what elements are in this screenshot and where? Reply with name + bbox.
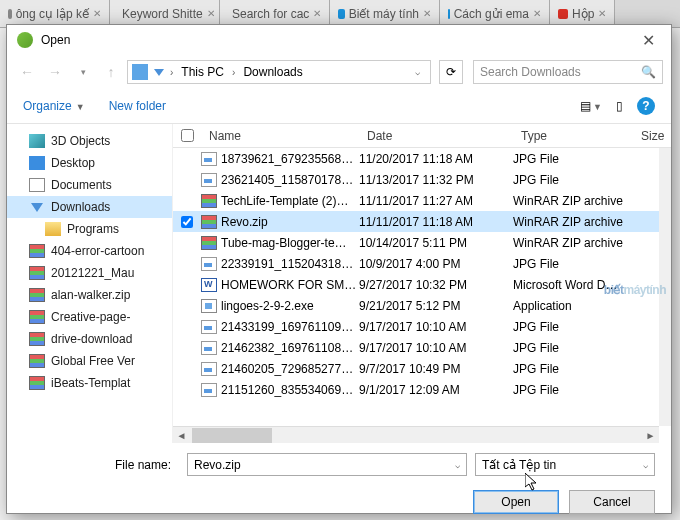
- file-row[interactable]: 21433199_16976110935…9/17/2017 10:10 AMJ…: [173, 316, 671, 337]
- file-name-cell: 18739621_67923556894…: [201, 152, 359, 166]
- filetype-filter[interactable]: Tất cả Tệp tin ⌵: [475, 453, 655, 476]
- file-name: 23621405_11587017842…: [221, 173, 359, 187]
- column-name[interactable]: Name: [201, 129, 359, 143]
- tree-item[interactable]: iBeats-Templat: [7, 372, 172, 394]
- chevron-down-icon[interactable]: ⌵: [408, 67, 426, 77]
- tree-item[interactable]: Global Free Ver: [7, 350, 172, 372]
- up-button[interactable]: ↑: [99, 60, 123, 84]
- column-size[interactable]: Size: [633, 129, 671, 143]
- down-icon: [29, 200, 45, 214]
- help-icon[interactable]: ?: [637, 97, 655, 115]
- file-row[interactable]: 21462382_16976110802…9/17/2017 10:10 AMJ…: [173, 337, 671, 358]
- file-name: lingoes-2-9-2.exe: [221, 299, 314, 313]
- tab-close-icon[interactable]: ✕: [598, 8, 606, 19]
- tree-item[interactable]: 3D Objects: [7, 130, 172, 152]
- search-input[interactable]: Search Downloads 🔍: [473, 60, 663, 84]
- file-type: Microsoft Word D…: [513, 278, 633, 292]
- scroll-right-icon[interactable]: ►: [642, 427, 659, 444]
- file-row[interactable]: Revo.zip11/11/2017 11:18 AMWinRAR ZIP ar…: [173, 211, 671, 232]
- file-row[interactable]: HOMEWORK FOR SMA…9/27/2017 10:32 PMMicro…: [173, 274, 671, 295]
- tree-item[interactable]: drive-download: [7, 328, 172, 350]
- file-row[interactable]: 21151260_83553406995…9/1/2017 12:09 AMJP…: [173, 379, 671, 400]
- tab-close-icon[interactable]: ✕: [207, 8, 215, 19]
- jpg-icon: [201, 152, 217, 166]
- vertical-scrollbar[interactable]: [659, 148, 671, 426]
- organize-button[interactable]: Organize▼: [23, 99, 85, 113]
- browser-tab[interactable]: Search for cac✕: [220, 0, 330, 27]
- back-button[interactable]: ←: [15, 60, 39, 84]
- scrollbar-thumb[interactable]: [192, 428, 272, 443]
- file-row[interactable]: 21460205_72968527723…9/7/2017 10:49 PMJP…: [173, 358, 671, 379]
- preview-pane-icon[interactable]: ▯: [616, 99, 623, 113]
- file-row[interactable]: TechLife-Template (2)…11/11/2017 11:27 A…: [173, 190, 671, 211]
- file-name-cell: lingoes-2-9-2.exe: [201, 299, 359, 313]
- refresh-button[interactable]: ⟳: [439, 60, 463, 84]
- tree-item-label: Programs: [67, 222, 119, 236]
- open-dialog: Open ✕ ← → ▾ ↑ › This PC › Downloads ⌵ ⟳…: [6, 24, 672, 514]
- jpg-icon: [201, 257, 217, 271]
- browser-tab[interactable]: Cách gửi ema✕: [440, 0, 550, 27]
- tree-item[interactable]: 404-error-cartoon: [7, 240, 172, 262]
- chevron-down-icon[interactable]: ⌵: [643, 460, 648, 470]
- chevron-down-icon[interactable]: ⌵: [455, 460, 460, 470]
- browser-tab[interactable]: Biết máy tính✕: [330, 0, 440, 27]
- select-all-checkbox[interactable]: [173, 129, 201, 142]
- new-folder-button[interactable]: New folder: [109, 99, 166, 113]
- browser-tab[interactable]: Hộp✕: [550, 0, 615, 27]
- filename-input[interactable]: Revo.zip ⌵: [187, 453, 467, 476]
- tree-item[interactable]: alan-walker.zip: [7, 284, 172, 306]
- tree-item[interactable]: Creative-page-: [7, 306, 172, 328]
- tree-item[interactable]: Downloads: [7, 196, 172, 218]
- close-icon[interactable]: ✕: [636, 31, 661, 50]
- row-checkbox[interactable]: [173, 216, 201, 228]
- breadcrumb-seg[interactable]: Downloads: [239, 65, 306, 79]
- tree-item[interactable]: Documents: [7, 174, 172, 196]
- tree-item-label: Desktop: [51, 156, 95, 170]
- file-row[interactable]: 22339191_11520431882…10/9/2017 4:00 PMJP…: [173, 253, 671, 274]
- cancel-button[interactable]: Cancel: [569, 490, 655, 514]
- dialog-title: Open: [41, 33, 70, 47]
- tab-close-icon[interactable]: ✕: [423, 8, 431, 19]
- tab-label: Hộp: [572, 7, 594, 21]
- file-row[interactable]: 18739621_67923556894…11/20/2017 11:18 AM…: [173, 148, 671, 169]
- breadcrumb[interactable]: › This PC › Downloads ⌵: [127, 60, 431, 84]
- file-name-cell: 21433199_16976110935…: [201, 320, 359, 334]
- desk-icon: [29, 156, 45, 170]
- browser-tab[interactable]: Keyword Shitte✕: [110, 0, 220, 27]
- search-placeholder: Search Downloads: [480, 65, 641, 79]
- file-date: 11/11/2017 11:27 AM: [359, 194, 513, 208]
- view-options-icon[interactable]: ▤▼: [580, 99, 602, 113]
- file-date: 11/20/2017 11:18 AM: [359, 152, 513, 166]
- chevron-right-icon[interactable]: ›: [232, 67, 235, 78]
- file-rows: 18739621_67923556894…11/20/2017 11:18 AM…: [173, 148, 671, 420]
- tree-item[interactable]: 20121221_Mau: [7, 262, 172, 284]
- app-logo-icon: [17, 32, 33, 48]
- tree-item-label: iBeats-Templat: [51, 376, 130, 390]
- file-date: 9/17/2017 10:10 AM: [359, 320, 513, 334]
- tree-item-label: Creative-page-: [51, 310, 130, 324]
- open-button[interactable]: Open: [473, 490, 559, 514]
- tree-item-label: alan-walker.zip: [51, 288, 130, 302]
- horizontal-scrollbar[interactable]: ◄ ►: [173, 426, 659, 443]
- recent-dropdown-icon[interactable]: ▾: [71, 60, 95, 84]
- column-date[interactable]: Date: [359, 129, 513, 143]
- browser-tab[interactable]: ông cụ lập kế✕: [0, 0, 110, 27]
- file-name-cell: 21151260_83553406995…: [201, 383, 359, 397]
- forward-button[interactable]: →: [43, 60, 67, 84]
- tree-item[interactable]: Programs: [7, 218, 172, 240]
- tree-item[interactable]: Desktop: [7, 152, 172, 174]
- scroll-left-icon[interactable]: ◄: [173, 427, 190, 444]
- file-name: 21460205_72968527723…: [221, 362, 359, 376]
- file-row[interactable]: Tube-mag-Blogger-te…10/14/2017 5:11 PMWi…: [173, 232, 671, 253]
- tab-close-icon[interactable]: ✕: [313, 8, 321, 19]
- rar-icon: [29, 354, 45, 368]
- file-row[interactable]: 23621405_11587017842…11/13/2017 11:32 PM…: [173, 169, 671, 190]
- tab-close-icon[interactable]: ✕: [93, 8, 101, 19]
- file-row[interactable]: lingoes-2-9-2.exe9/21/2017 5:12 PMApplic…: [173, 295, 671, 316]
- file-date: 11/11/2017 11:18 AM: [359, 215, 513, 229]
- jpg-icon: [201, 362, 217, 376]
- breadcrumb-seg[interactable]: This PC: [177, 65, 228, 79]
- tab-close-icon[interactable]: ✕: [533, 8, 541, 19]
- chevron-right-icon[interactable]: ›: [170, 67, 173, 78]
- column-type[interactable]: Type: [513, 129, 633, 143]
